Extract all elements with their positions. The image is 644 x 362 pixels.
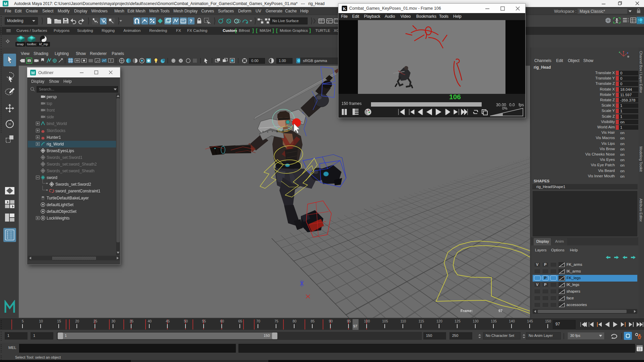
svg-text:M: M [31,70,35,75]
svg-text:{;}: {;} [638,347,641,351]
svg-text:T: T [110,59,112,62]
svg-text:M: M [4,1,7,6]
svg-text:a: a [29,60,30,62]
svg-text:K: K [343,6,346,11]
svg-text:?: ? [190,18,193,24]
